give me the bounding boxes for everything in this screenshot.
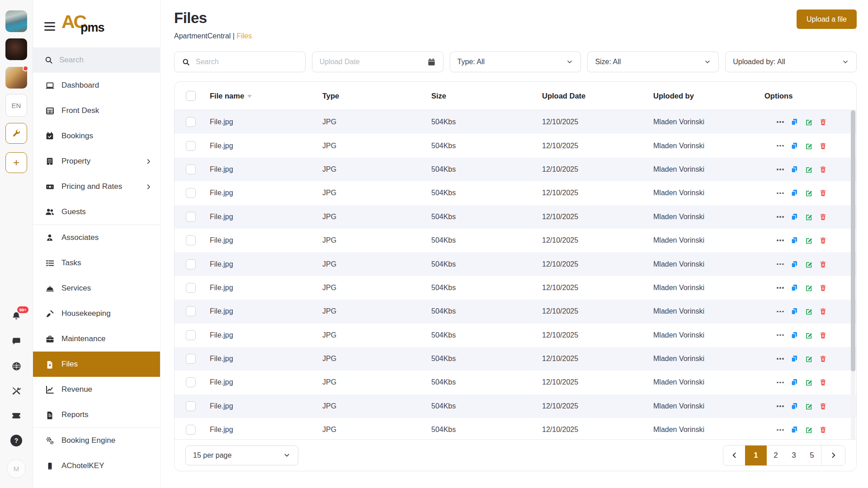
language-globe-button[interactable]: [9, 360, 23, 372]
delete-icon[interactable]: [819, 236, 827, 244]
delete-icon[interactable]: [819, 284, 827, 292]
file-search-field[interactable]: [174, 52, 306, 72]
size-filter-dropdown[interactable]: Size: All: [587, 52, 719, 72]
property-thumbnail-3[interactable]: [5, 67, 27, 89]
sidebar-item-reports[interactable]: Reports: [33, 402, 160, 427]
edit-icon[interactable]: [805, 189, 813, 197]
edit-icon[interactable]: [805, 165, 813, 174]
page-button-5[interactable]: 5: [803, 446, 821, 465]
row-checkbox[interactable]: [186, 212, 196, 222]
edit-icon[interactable]: [805, 402, 813, 410]
upload-date-input[interactable]: [320, 58, 422, 66]
more-options-icon[interactable]: [777, 121, 784, 123]
copy-icon[interactable]: [790, 402, 798, 410]
type-filter-dropdown[interactable]: Type: All: [450, 52, 581, 72]
edit-icon[interactable]: [805, 213, 813, 221]
more-options-icon[interactable]: [777, 358, 784, 360]
sidebar-item-pricing-and-rates[interactable]: Pricing and Rates: [33, 174, 160, 199]
more-options-icon[interactable]: [777, 263, 784, 265]
sidebar-item-bookings[interactable]: Bookings: [33, 123, 160, 149]
more-options-icon[interactable]: [777, 382, 784, 384]
copy-icon[interactable]: [790, 260, 798, 268]
column-header-file-name[interactable]: File name: [210, 92, 322, 100]
more-options-icon[interactable]: [777, 216, 784, 218]
upload-date-field[interactable]: [312, 52, 443, 72]
sidebar-item-associates[interactable]: Associates: [33, 225, 160, 250]
settings-wrench-button[interactable]: [5, 123, 27, 144]
copy-icon[interactable]: [790, 142, 798, 150]
next-page-button[interactable]: [821, 446, 845, 465]
add-property-button[interactable]: +: [5, 152, 27, 173]
table-scrollbar[interactable]: [851, 110, 855, 468]
user-avatar[interactable]: M: [7, 459, 26, 478]
sidebar-item-tasks[interactable]: Tasks: [33, 250, 160, 276]
row-checkbox[interactable]: [186, 117, 196, 127]
more-options-icon[interactable]: [777, 311, 784, 313]
breadcrumb-root[interactable]: ApartmentCentral: [174, 32, 231, 40]
copy-icon[interactable]: [790, 355, 798, 363]
delete-icon[interactable]: [819, 165, 827, 174]
delete-icon[interactable]: [819, 189, 827, 197]
edit-icon[interactable]: [805, 355, 813, 363]
sidebar-item-services[interactable]: Services: [33, 276, 160, 301]
previous-page-button[interactable]: [723, 446, 745, 465]
copy-icon[interactable]: [790, 118, 798, 126]
row-checkbox[interactable]: [186, 164, 196, 174]
copy-icon[interactable]: [790, 189, 798, 197]
delete-icon[interactable]: [819, 142, 827, 150]
page-button-3[interactable]: 3: [785, 446, 803, 465]
row-checkbox[interactable]: [186, 425, 196, 435]
page-button-2[interactable]: 2: [767, 446, 785, 465]
more-options-icon[interactable]: [777, 169, 784, 170]
delete-icon[interactable]: [819, 426, 827, 434]
copy-icon[interactable]: [790, 284, 798, 292]
uploaded-by-filter-dropdown[interactable]: Uploaded by: All: [725, 52, 857, 72]
tools-button[interactable]: [9, 385, 23, 397]
edit-icon[interactable]: [805, 260, 813, 268]
more-options-icon[interactable]: [777, 287, 784, 289]
upload-file-button[interactable]: Upload a file: [797, 9, 857, 29]
row-checkbox[interactable]: [186, 259, 196, 269]
delete-icon[interactable]: [819, 378, 827, 386]
hamburger-menu-icon[interactable]: [44, 22, 55, 31]
page-button-1[interactable]: 1: [745, 446, 767, 465]
delete-icon[interactable]: [819, 307, 827, 315]
copy-icon[interactable]: [790, 307, 798, 315]
edit-icon[interactable]: [805, 331, 813, 339]
more-options-icon[interactable]: [777, 334, 784, 336]
copy-icon[interactable]: [790, 331, 798, 339]
sidebar-item-booking-engine[interactable]: Booking Engine: [33, 428, 160, 453]
payments-button[interactable]: [9, 409, 23, 422]
edit-icon[interactable]: [805, 142, 813, 150]
sidebar-item-guests[interactable]: Guests: [33, 199, 160, 225]
sidebar-item-achotelkey[interactable]: AChotelKEY: [33, 453, 160, 479]
delete-icon[interactable]: [819, 402, 827, 410]
sort-descending-icon[interactable]: [247, 95, 252, 98]
copy-icon[interactable]: [790, 236, 798, 244]
delete-icon[interactable]: [819, 355, 827, 363]
edit-icon[interactable]: [805, 307, 813, 315]
help-button[interactable]: ?: [9, 434, 23, 447]
sidebar-search-input[interactable]: [59, 56, 152, 65]
delete-icon[interactable]: [819, 213, 827, 221]
more-options-icon[interactable]: [777, 239, 784, 241]
property-thumbnail-2[interactable]: [5, 38, 27, 60]
edit-icon[interactable]: [805, 426, 813, 434]
row-checkbox[interactable]: [186, 188, 196, 198]
delete-icon[interactable]: [819, 118, 827, 126]
row-checkbox[interactable]: [186, 283, 196, 293]
more-options-icon[interactable]: [777, 429, 784, 431]
more-options-icon[interactable]: [777, 405, 784, 407]
edit-icon[interactable]: [805, 378, 813, 386]
row-checkbox[interactable]: [186, 141, 196, 151]
messages-button[interactable]: [9, 335, 23, 347]
notifications-button[interactable]: 99+: [9, 310, 23, 323]
property-thumbnail-1[interactable]: [5, 10, 27, 32]
language-button[interactable]: EN: [5, 94, 27, 117]
delete-icon[interactable]: [819, 260, 827, 268]
row-checkbox[interactable]: [186, 354, 196, 364]
copy-icon[interactable]: [790, 426, 798, 434]
delete-icon[interactable]: [819, 331, 827, 339]
sidebar-item-integrations[interactable]: Integrations: [33, 479, 160, 488]
per-page-dropdown[interactable]: 15 per page: [185, 446, 298, 465]
